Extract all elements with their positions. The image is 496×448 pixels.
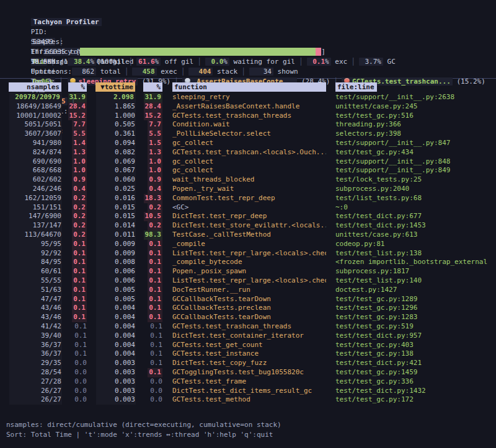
tottime-cell: 0.016: [115, 194, 135, 203]
cumulative-percent-cell: 0.1: [148, 249, 162, 258]
table-row[interactable]: 43/46 0.1 0.004 0.1 GCCallbackTests.tear…: [0, 313, 496, 322]
table-row[interactable]: 43/46 0.1 0.004 0.1 GCCallbackTests.prec…: [0, 304, 496, 313]
tottime-cell: 0.006: [115, 267, 135, 276]
file-line-cell: test/test_gc.py:336: [335, 377, 414, 387]
table-row[interactable]: 5051/5051 7.7 0.505 7.7 Condition.wait t…: [0, 120, 496, 130]
table-header-row: nsamples % ▼tottime % function file:line: [0, 82, 496, 93]
file-line-cell: test/support/__init__.py:849: [335, 166, 450, 175]
table-row[interactable]: 84/95 0.1 0.008 0.1 _compile_bytecode <f…: [0, 258, 496, 267]
tottime-cell: 0.014: [115, 221, 135, 231]
direct-percent-cell: 0.1: [72, 249, 87, 258]
table-row[interactable]: 26/27 0.0 0.003 0.0 DictTest.test_dict_i…: [0, 387, 496, 396]
nsamples-cell: 51/63: [41, 286, 61, 295]
table-row[interactable]: 147/6900 0.2 0.015 10.5 DictTest.test_re…: [0, 212, 496, 221]
nsamples-cell: 246/246: [33, 185, 61, 194]
function-cell: GCCallbackTests.tearDown: [172, 313, 271, 322]
col-header-cumulative-percent[interactable]: %: [143, 82, 162, 92]
nsamples-cell: 36/37: [41, 349, 61, 359]
table-row[interactable]: 39/40 0.1 0.004 0.1 DictTest.test_contai…: [0, 332, 496, 341]
table-row[interactable]: 41/42 0.1 0.004 0.1 GCTests.test_trashca…: [0, 322, 496, 332]
file-line-cell: test/test_gc.py:1283: [335, 313, 417, 322]
cumulative-percent-cell: 0.1: [150, 341, 162, 350]
nsamples-cell: 43/46: [41, 304, 61, 313]
nsamples-cell: 668/668: [33, 166, 61, 175]
table-row[interactable]: 20978/20979 31.9 2.098 31.9 sleeping_ret…: [0, 93, 496, 102]
table-row[interactable]: 36/37 0.1 0.004 0.1 GCTests.test_get_cou…: [0, 341, 496, 350]
function-cell: ListTest.test_repr_large.<locals>.check: [172, 276, 326, 286]
direct-percent-cell: 0.1: [74, 332, 87, 341]
table-row[interactable]: 95/95 0.1 0.009 0.1 _compile codeop.py:8…: [0, 240, 496, 249]
table-row[interactable]: 137/147 0.2 0.014 0.2 DictTest.test_stor…: [0, 221, 496, 231]
footer: nsamples: direct/cumulative (direct=exec…: [6, 420, 281, 440]
direct-percent-cell: 0.1: [72, 240, 87, 249]
table-row[interactable]: 941/980 1.4 0.094 1.5 gc_collect test/su…: [0, 139, 496, 148]
tottime-cell: 0.361: [115, 130, 135, 139]
table-row[interactable]: 27/28 0.0 0.003 0.0 GCTests.test_frame t…: [0, 377, 496, 387]
direct-percent-cell: 0.0: [74, 368, 87, 377]
table-row[interactable]: 162/12059 0.2 0.016 18.3 CommonTest.test…: [0, 194, 496, 203]
function-cell: GCTests.test_instance: [172, 349, 259, 359]
col-header-function[interactable]: function: [172, 82, 326, 92]
function-cell: GCCallbackTests.preclean: [172, 304, 271, 313]
function-cell: _compile_bytecode: [172, 258, 242, 267]
tottime-cell: 1.000: [115, 112, 135, 121]
function-cell: TestCase._callTestMethod: [172, 231, 271, 240]
cumulative-percent-cell: 15.2: [144, 112, 163, 121]
tottime-cell: 0.009: [115, 249, 135, 258]
tottime-cell: 0.094: [115, 139, 135, 148]
table-row[interactable]: 246/246 0.4 0.025 0.4 Popen._try_wait su…: [0, 185, 496, 194]
tottime-cell: 0.003: [115, 359, 135, 368]
table-row[interactable]: 92/92 0.1 0.009 0.1 ListTest.test_repr_l…: [0, 249, 496, 258]
cumulative-percent-cell: 0.4: [148, 185, 162, 194]
table-row[interactable]: 28/54 0.0 0.003 0.1 GCTogglingTests.test…: [0, 368, 496, 377]
table-row[interactable]: 51/63 0.1 0.005 0.1 DocTestRunner.__run …: [0, 286, 496, 295]
direct-percent-cell: 0.1: [72, 267, 87, 276]
on-gil-value: 38.4: [69, 58, 90, 66]
efficiency-bar-failed-segment: [316, 48, 321, 56]
table-row[interactable]: 36/37 0.1 0.004 0.1 GCTests.test_instanc…: [0, 349, 496, 359]
col-header-tottime-sorted[interactable]: ▼tottime: [95, 82, 135, 92]
function-cell: Popen._try_wait: [172, 185, 234, 194]
table-row[interactable]: 113/64670 0.2 0.011 98.3 TestCase._callT…: [0, 231, 496, 240]
tottime-cell: 0.008: [115, 258, 135, 267]
cumulative-percent-cell: 1.0: [148, 166, 162, 175]
tottime-cell: 0.082: [115, 148, 135, 157]
function-cell: DictTest.test_store_evilattr.<locals...: [172, 221, 326, 231]
function-cell: GCTogglingTests.test_bug1055820c: [172, 368, 304, 377]
table-row[interactable]: 47/47 0.1 0.005 0.1 GCCallbackTests.tear…: [0, 295, 496, 304]
file-line-cell: test/lock_tests.py:25: [335, 175, 422, 185]
table-row[interactable]: 690/690 1.0 0.069 1.0 gc_collect test/su…: [0, 157, 496, 167]
file-line-cell: doctest.py:1427: [335, 286, 397, 295]
col-header-direct-percent[interactable]: %: [68, 82, 87, 92]
cumulative-percent-cell: 0.1: [148, 240, 162, 249]
table-row[interactable]: 151/151 0.2 0.015 0.2 <GC> ~:0: [0, 203, 496, 213]
samples-label: Samples:: [31, 38, 64, 46]
direct-percent-cell: 1.4: [72, 139, 87, 148]
direct-percent-cell: 0.1: [72, 258, 87, 267]
table-row[interactable]: 3607/3607 5.5 0.361 5.5 _PollLikeSelecto…: [0, 130, 496, 139]
table-row[interactable]: 602/602 0.9 0.060 0.9 wait_threads_block…: [0, 175, 496, 185]
col-header-file-line[interactable]: file:line: [335, 82, 377, 92]
function-cell: CommonTest.test_repr_deep: [172, 194, 275, 203]
file-line-cell: subprocess.py:1817: [335, 267, 409, 276]
function-cell: DictTest.test_dict_items_result_gc: [172, 387, 312, 396]
threads-label: Threads:: [31, 58, 64, 66]
table-row[interactable]: 668/668 1.0 0.067 1.0 gc_collect test/su…: [0, 166, 496, 175]
table-row[interactable]: 29/35 0.0 0.003 0.1 DictTest.test_copy_f…: [0, 359, 496, 368]
cumulative-percent-cell: 0.1: [148, 258, 162, 267]
table-row[interactable]: 60/61 0.1 0.006 0.1 Popen._posix_spawn s…: [0, 267, 496, 276]
table-row[interactable]: 55/55 0.1 0.006 0.1 ListTest.test_repr_l…: [0, 276, 496, 286]
table-row[interactable]: 26/27 0.0 0.003 0.0 GCTests.test_method …: [0, 395, 496, 405]
cumulative-percent-cell: 28.4: [144, 102, 163, 112]
function-cell: Popen._posix_spawn: [172, 267, 246, 276]
table-row[interactable]: 824/874 1.3 0.082 1.3 GCTests.test_trash…: [0, 148, 496, 157]
col-header-nsamples[interactable]: nsamples: [9, 82, 61, 92]
function-cell: ListTest.test_repr_large.<locals>.check: [172, 249, 326, 258]
table-row[interactable]: 10001/10002 15.2 1.000 15.2 GCTests.test…: [0, 112, 496, 121]
nsamples-cell: 27/28: [41, 377, 61, 387]
direct-percent-cell: 0.1: [74, 349, 87, 359]
direct-percent-cell: 0.1: [74, 322, 87, 332]
tottime-cell: 0.015: [115, 212, 135, 221]
table-row[interactable]: 18649/18649 28.4 1.865 28.4 _AssertRaise…: [0, 102, 496, 112]
nsamples-cell: 151/151: [33, 203, 61, 213]
